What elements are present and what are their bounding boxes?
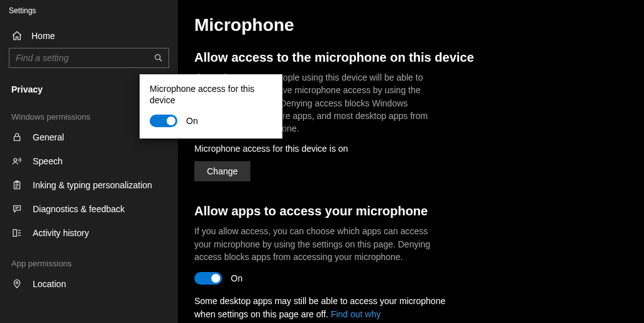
sidebar-item-label: Inking & typing personalization — [33, 180, 152, 190]
sidebar-item-location[interactable]: Location — [0, 272, 178, 296]
section-desc-apps-access: If you allow access, you can choose whic… — [194, 225, 433, 263]
nav-home-label: Home — [31, 31, 55, 41]
search-container — [0, 48, 178, 77]
section-heading-device-access: Allow access to the microphone on this d… — [194, 50, 628, 65]
popup-title: Microphone access for this device — [150, 83, 272, 106]
sidebar-item-label: General — [33, 132, 64, 142]
svg-point-3 — [14, 159, 17, 162]
search-box[interactable] — [9, 48, 169, 68]
change-popup: Microphone access for this device On — [140, 74, 282, 139]
apps-access-toggle[interactable] — [194, 272, 222, 285]
sidebar-item-speech[interactable]: Speech — [0, 149, 178, 173]
feedback-icon — [11, 203, 23, 215]
lock-icon — [11, 132, 23, 143]
sidebar-item-diagnostics[interactable]: Diagnostics & feedback — [0, 197, 178, 221]
sidebar-item-activity-history[interactable]: Activity history — [0, 221, 178, 245]
page-title: Microphone — [194, 15, 628, 35]
sidebar-item-label: Diagnostics & feedback — [33, 204, 125, 214]
sidebar-item-inking[interactable]: Inking & typing personalization — [0, 173, 178, 197]
sidebar-group-app-permissions: App permissions — [0, 245, 178, 272]
section-heading-apps-access: Allow apps to access your microphone — [194, 204, 628, 218]
search-icon — [153, 53, 164, 63]
find-out-why-link[interactable]: Find out why — [331, 309, 380, 319]
history-icon — [11, 227, 23, 239]
sidebar-item-label: Speech — [33, 156, 62, 166]
change-button[interactable]: Change — [194, 161, 250, 181]
sidebar: Settings Home Privacy Windows permission… — [0, 0, 178, 323]
sidebar-item-label: Location — [33, 279, 66, 289]
popup-toggle[interactable] — [150, 115, 177, 127]
svg-rect-11 — [13, 230, 16, 237]
popup-toggle-label: On — [186, 116, 198, 126]
clipboard-icon — [11, 179, 23, 191]
app-title: Settings — [0, 0, 178, 24]
speech-icon — [11, 156, 23, 167]
main-content: Microphone Allow access to the microphon… — [178, 0, 644, 323]
svg-point-15 — [16, 281, 18, 283]
nav-home[interactable]: Home — [0, 24, 178, 48]
svg-line-1 — [160, 59, 162, 62]
sidebar-item-label: Activity history — [33, 228, 89, 238]
popup-toggle-row: On — [150, 115, 272, 127]
desktop-apps-note: Some desktop apps may still be able to a… — [194, 295, 446, 320]
svg-point-0 — [155, 55, 160, 60]
settings-window: Settings Home Privacy Windows permission… — [0, 0, 644, 323]
home-icon — [11, 30, 23, 42]
search-input[interactable] — [16, 53, 153, 63]
location-icon — [11, 278, 23, 290]
apps-access-toggle-label: On — [231, 273, 243, 283]
device-access-status: Microphone access for this device is on — [194, 144, 628, 154]
desktop-apps-note-text: Some desktop apps may still be able to a… — [194, 296, 445, 319]
apps-access-toggle-row: On — [194, 272, 628, 285]
svg-rect-2 — [14, 137, 19, 141]
